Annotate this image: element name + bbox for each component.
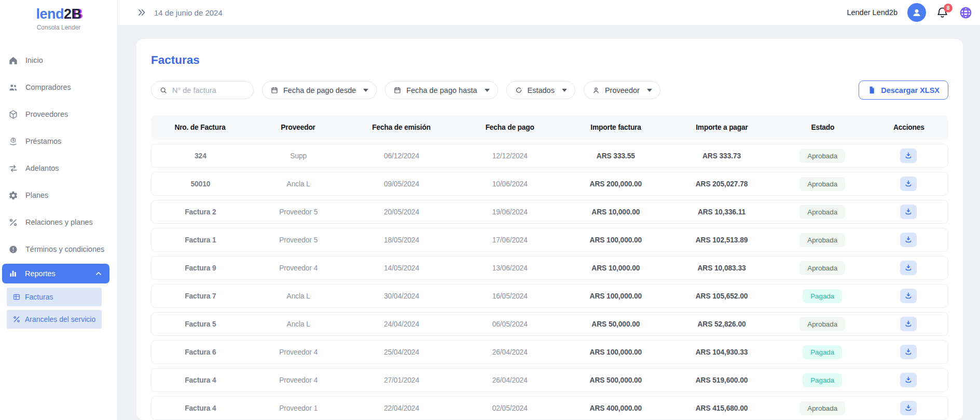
cell-importe-factura: ARS 100,000.00 bbox=[564, 348, 668, 356]
download-xlsx-button[interactable]: Descargar XLSX bbox=[859, 80, 948, 100]
sidebar-item-planes[interactable]: Planes bbox=[0, 182, 117, 209]
cell-nro-factura: Factura 4 bbox=[151, 404, 250, 412]
percent-icon bbox=[8, 218, 18, 227]
table-row: Factura 4 Proveedor 1 22/04/2024 02/05/2… bbox=[151, 396, 948, 420]
filters-bar: Fecha de pago desde Fecha de pago hasta … bbox=[151, 80, 948, 100]
svg-text:$: $ bbox=[12, 138, 15, 142]
filter-date-from[interactable]: Fecha de pago desde bbox=[262, 81, 377, 99]
topbar-right: Lender Lend2b 8 bbox=[847, 3, 973, 22]
download-row-button[interactable] bbox=[900, 401, 917, 415]
cell-estado: Aprobada bbox=[776, 317, 869, 331]
download-row-button[interactable] bbox=[900, 148, 917, 163]
sidebar-item-terminos[interactable]: Términos y condiciones bbox=[0, 236, 117, 263]
globe-icon bbox=[959, 6, 973, 20]
filter-proveedor[interactable]: Proveedor bbox=[584, 81, 660, 99]
sidebar-subitem-facturas[interactable]: Facturas bbox=[7, 288, 102, 306]
invoice-search[interactable] bbox=[151, 81, 254, 99]
cell-fecha-emision: 18/05/2024 bbox=[348, 236, 456, 244]
column-header: Importe a pagar bbox=[668, 124, 776, 131]
download-icon bbox=[904, 320, 913, 328]
sidebar-item-reportes[interactable]: Reportes bbox=[2, 264, 109, 283]
cell-importe-factura: ARS 400,000.00 bbox=[564, 404, 668, 412]
download-row-button[interactable] bbox=[900, 345, 917, 359]
download-row-button[interactable] bbox=[900, 233, 917, 247]
cell-fecha-pago: 26/04/2024 bbox=[456, 376, 564, 384]
download-row-button[interactable] bbox=[900, 261, 917, 275]
content-area: Facturas Fecha de pago desde Fecha de bbox=[118, 25, 980, 420]
cell-fecha-pago: 12/12/2024 bbox=[456, 152, 564, 160]
users-icon bbox=[8, 83, 18, 92]
search-input[interactable] bbox=[172, 86, 245, 94]
download-xlsx-label: Descargar XLSX bbox=[881, 86, 940, 94]
calendar-icon bbox=[393, 86, 402, 94]
cell-proveedor: Proveedor 4 bbox=[250, 264, 348, 272]
avatar[interactable] bbox=[907, 3, 926, 22]
sidebar-item-prestamos[interactable]: $ Préstamos bbox=[0, 128, 117, 155]
cell-importe-factura: ARS 50,000.00 bbox=[564, 320, 668, 328]
cell-fecha-pago: 13/06/2024 bbox=[456, 264, 564, 272]
sidebar-item-inicio[interactable]: Inicio bbox=[0, 47, 117, 74]
sidebar-subitem-label: Facturas bbox=[25, 293, 53, 301]
sidebar: lend2B Consola Lender Inicio Compradores… bbox=[0, 0, 118, 420]
cell-acciones bbox=[869, 345, 948, 359]
status-badge: Aprobada bbox=[799, 261, 845, 275]
cell-proveedor: Ancla L bbox=[250, 292, 348, 300]
cell-nro-factura: Factura 6 bbox=[151, 348, 250, 356]
download-row-button[interactable] bbox=[900, 373, 917, 387]
download-row-button[interactable] bbox=[900, 205, 917, 219]
sidebar-item-compradores[interactable]: Compradores bbox=[0, 74, 117, 101]
double-chevron-icon[interactable] bbox=[136, 7, 147, 18]
table-row: 50010 Ancla L 09/05/2024 10/06/2024 ARS … bbox=[151, 172, 948, 196]
cell-estado: Pagada bbox=[776, 345, 869, 359]
swap-icon bbox=[8, 164, 18, 173]
language-button[interactable] bbox=[959, 6, 973, 20]
cell-fecha-emision: 25/04/2024 bbox=[348, 348, 456, 356]
download-row-button[interactable] bbox=[900, 289, 917, 303]
cell-fecha-emision: 06/12/2024 bbox=[348, 152, 456, 160]
filter-estados[interactable]: Estados bbox=[506, 81, 575, 99]
app-root: lend2B Consola Lender Inicio Compradores… bbox=[0, 0, 980, 420]
chevron-up-icon bbox=[94, 269, 103, 278]
cell-fecha-pago: 06/05/2024 bbox=[456, 320, 564, 328]
cell-fecha-pago: 17/06/2024 bbox=[456, 236, 564, 244]
filter-label: Proveedor bbox=[605, 86, 640, 94]
bar-chart-icon bbox=[8, 269, 18, 278]
sidebar-subitem-aranceles[interactable]: Aranceles del servicio bbox=[7, 310, 102, 329]
status-badge: Pagada bbox=[803, 289, 842, 303]
column-header: Estado bbox=[776, 124, 869, 131]
download-icon bbox=[904, 404, 913, 412]
cell-acciones bbox=[869, 401, 948, 415]
sidebar-item-proveedores[interactable]: Proveedores bbox=[0, 101, 117, 128]
app-logo: lend2B bbox=[0, 0, 117, 22]
cell-nro-factura: Factura 2 bbox=[151, 208, 250, 216]
cell-proveedor: Ancla L bbox=[250, 320, 348, 328]
logo-text-2: 2 bbox=[64, 6, 72, 22]
cell-acciones bbox=[869, 205, 948, 219]
sidebar-item-relaciones[interactable]: Relaciones y planes bbox=[0, 209, 117, 236]
cell-fecha-pago: 19/06/2024 bbox=[456, 208, 564, 216]
cell-importe-a-pagar: ARS 10,336.11 bbox=[668, 208, 776, 216]
loan-icon: $ bbox=[8, 137, 18, 146]
cell-importe-a-pagar: ARS 333.73 bbox=[668, 152, 776, 160]
download-row-button[interactable] bbox=[900, 317, 917, 331]
filter-date-to[interactable]: Fecha de pago hasta bbox=[385, 81, 498, 99]
caret-down-icon bbox=[647, 89, 652, 92]
logo-text-b: B bbox=[72, 6, 81, 22]
status-badge: Pagada bbox=[803, 345, 842, 359]
notifications-button[interactable]: 8 bbox=[936, 6, 949, 19]
sidebar-item-label: Términos y condiciones bbox=[25, 245, 104, 253]
cell-fecha-emision: 20/05/2024 bbox=[348, 208, 456, 216]
cell-acciones bbox=[869, 148, 948, 163]
cell-proveedor: Proveedor 4 bbox=[250, 376, 348, 384]
cell-estado: Aprobada bbox=[776, 177, 869, 191]
column-header: Importe factura bbox=[564, 124, 668, 131]
cell-importe-factura: ARS 10,000.00 bbox=[564, 264, 668, 272]
status-badge: Aprobada bbox=[799, 233, 845, 247]
download-row-button[interactable] bbox=[900, 177, 917, 191]
cell-estado: Aprobada bbox=[776, 233, 869, 247]
sidebar-item-adelantos[interactable]: Adelantos bbox=[0, 155, 117, 182]
cell-importe-factura: ARS 100,000.00 bbox=[564, 236, 668, 244]
logo-text-lend: lend bbox=[36, 6, 64, 22]
cell-acciones bbox=[869, 373, 948, 387]
cell-fecha-pago: 16/05/2024 bbox=[456, 292, 564, 300]
